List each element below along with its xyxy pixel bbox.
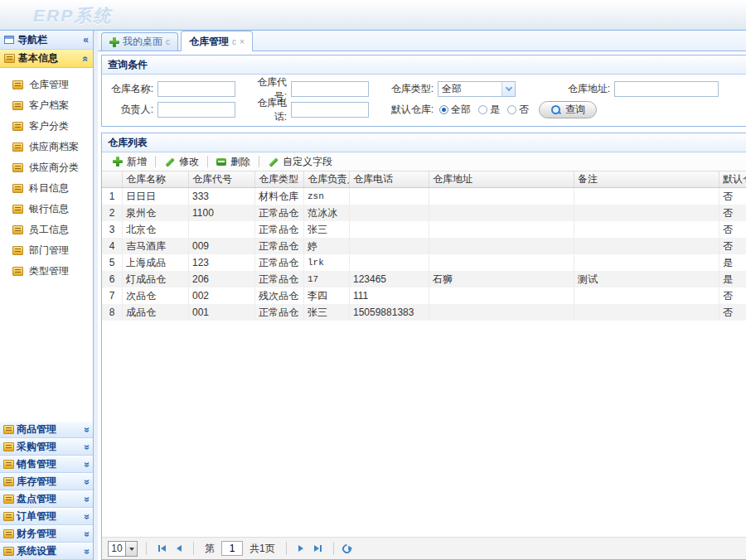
sidebar-menu-item[interactable]: 员工信息 xyxy=(0,220,93,240)
sidebar-section-header[interactable]: 盘点管理« xyxy=(0,490,93,508)
sidebar-menu-item[interactable]: 供应商档案 xyxy=(0,137,93,157)
column-header[interactable]: 仓库负责人 xyxy=(304,171,350,187)
table-row[interactable]: 6灯成品仓206正常品仓17123465石狮测试是 xyxy=(102,271,746,287)
radio-option-all[interactable]: 全部 xyxy=(439,103,471,117)
table-row[interactable]: 7次品仓002残次品仓李四111否 xyxy=(102,287,746,304)
sidebar-menu-item[interactable]: 部门管理 xyxy=(0,240,93,261)
table-cell: 日日日 xyxy=(123,188,189,205)
divider xyxy=(155,156,156,167)
sidebar-menu-item[interactable]: 仓库管理 xyxy=(0,75,93,95)
table-cell: 是 xyxy=(719,254,746,271)
table-cell: 正常品仓 xyxy=(255,205,304,221)
tab-my-desktop[interactable]: 我的桌面 c xyxy=(101,32,178,51)
pencil-icon xyxy=(164,157,175,167)
warehouse-type-value: 全部 xyxy=(438,82,501,96)
sidebar-section-header[interactable]: 系统设置« xyxy=(0,543,93,560)
column-header[interactable]: 仓库电话 xyxy=(350,171,429,187)
warehouse-address-label: 仓库地址: xyxy=(559,82,610,96)
sidebar-menu-item[interactable]: 银行信息 xyxy=(0,199,93,220)
manager-input[interactable] xyxy=(157,102,235,118)
last-page-icon xyxy=(320,545,322,552)
default-warehouse-label: 默认仓库: xyxy=(385,103,434,117)
column-header[interactable]: 仓库类型 xyxy=(255,171,304,187)
sidebar-section-header[interactable]: 库存管理« xyxy=(0,473,93,490)
tab-close-icon[interactable]: × xyxy=(240,37,245,46)
table-row[interactable]: 5上海成品123正常品仓lrk是 xyxy=(102,254,746,271)
last-page-button[interactable] xyxy=(311,545,325,552)
sidebar-menu-item[interactable]: 客户档案 xyxy=(0,95,93,116)
pagination-bar: 10 第 共1页 xyxy=(102,537,746,559)
table-cell xyxy=(429,238,574,254)
search-button[interactable]: 查询 xyxy=(539,101,597,118)
table-row[interactable]: 4吉马酒库009正常品仓婷否 xyxy=(102,238,746,254)
refresh-icon[interactable] xyxy=(340,542,353,555)
prev-page-icon xyxy=(177,545,182,552)
tab-warehouse-management[interactable]: 仓库管理 c × xyxy=(181,31,253,51)
radio-option-no[interactable]: 否 xyxy=(507,103,529,117)
table-cell xyxy=(574,221,719,238)
collapse-sidebar-icon[interactable]: « xyxy=(83,36,89,44)
sidebar-menu-item[interactable]: 客户分类 xyxy=(0,116,93,137)
radio-option-yes[interactable]: 是 xyxy=(478,103,500,117)
sidebar-section-header[interactable]: 订单管理« xyxy=(0,508,93,525)
table-row[interactable]: 3北京仓正常品仓张三否 xyxy=(102,221,746,238)
page-size-value: 10 xyxy=(109,542,125,556)
column-header[interactable]: 仓库名称 xyxy=(123,171,189,187)
row-number-cell: 4 xyxy=(102,238,123,254)
sidebar-section-header[interactable]: 采购管理« xyxy=(0,438,93,456)
table-cell: 否 xyxy=(719,304,746,321)
sidebar-menu-item[interactable]: 供应商分类 xyxy=(0,157,93,178)
toolbar-button[interactable]: 修改 xyxy=(157,153,206,170)
warehouse-phone-input[interactable] xyxy=(291,102,369,118)
table-cell: 测试 xyxy=(574,271,719,287)
toolbar-button[interactable]: 新增 xyxy=(106,153,153,170)
accordion-section-basic-info[interactable]: 基本信息 « xyxy=(0,50,93,68)
warehouse-name-input[interactable] xyxy=(157,81,235,97)
main-region: 我的桌面 c 仓库管理 c × 查询条件 仓库名称: 仓库代号: xyxy=(98,30,746,560)
sidebar-section-header[interactable]: 财务管理« xyxy=(0,525,93,543)
column-header[interactable]: 仓库代号 xyxy=(189,171,255,187)
tab-refresh-icon[interactable]: c xyxy=(232,37,236,46)
table-cell xyxy=(350,254,429,271)
table-cell xyxy=(429,287,574,304)
table-cell: 泉州仓 xyxy=(123,205,189,221)
table-row[interactable]: 8成品仓001正常品仓张三15059881383否 xyxy=(102,304,746,321)
folder-icon xyxy=(3,460,14,469)
divider xyxy=(146,542,147,555)
warehouse-address-input[interactable] xyxy=(614,81,719,97)
first-page-button[interactable] xyxy=(155,545,169,552)
warehouse-list-panel: 仓库列表 新增修改删除自定义字段 仓库名称仓库代号仓库类型仓库负责人仓库电话仓库… xyxy=(101,133,746,560)
row-number-cell: 2 xyxy=(102,205,123,221)
sidebar-section-header[interactable]: 商品管理« xyxy=(0,421,93,438)
toolbar-button[interactable]: 自定义字段 xyxy=(261,153,339,170)
tab-refresh-icon[interactable]: c xyxy=(166,37,170,46)
page-size-select[interactable]: 10 xyxy=(108,541,138,557)
table-cell xyxy=(574,238,719,254)
sidebar-menu-item[interactable]: 科目信息 xyxy=(0,178,93,199)
sidebar-section-header[interactable]: 销售管理« xyxy=(0,456,93,473)
next-page-icon xyxy=(298,545,303,552)
column-header[interactable]: 仓库地址 xyxy=(429,171,574,187)
divider xyxy=(286,542,287,555)
table-cell: 灯成品仓 xyxy=(123,271,189,287)
section-label: 销售管理 xyxy=(17,457,84,471)
sidebar-menu-item[interactable]: 类型管理 xyxy=(0,261,93,282)
combo-arrow-area[interactable] xyxy=(501,82,515,96)
table-cell: 123 xyxy=(189,254,255,271)
table-row[interactable]: 2泉州仓1100正常品仓范冰冰否 xyxy=(102,205,746,221)
toolbar-button[interactable]: 删除 xyxy=(210,153,257,170)
next-page-button[interactable] xyxy=(295,545,307,552)
table-cell: zsn xyxy=(304,188,350,205)
warehouse-code-input[interactable] xyxy=(291,81,369,97)
page-number-input[interactable] xyxy=(221,541,243,556)
column-header[interactable]: 默认仓库 xyxy=(719,171,746,187)
table-cell xyxy=(574,304,719,321)
table-cell xyxy=(574,188,719,205)
table-cell: 15059881383 xyxy=(350,304,429,321)
column-header[interactable]: 备注 xyxy=(574,171,719,187)
table-row[interactable]: 1日日日333材料仓库zsn否 xyxy=(102,188,746,205)
prev-page-button[interactable] xyxy=(173,545,185,552)
warehouse-type-select[interactable]: 全部 xyxy=(438,81,516,97)
table-cell xyxy=(574,254,719,271)
divider xyxy=(333,542,334,555)
